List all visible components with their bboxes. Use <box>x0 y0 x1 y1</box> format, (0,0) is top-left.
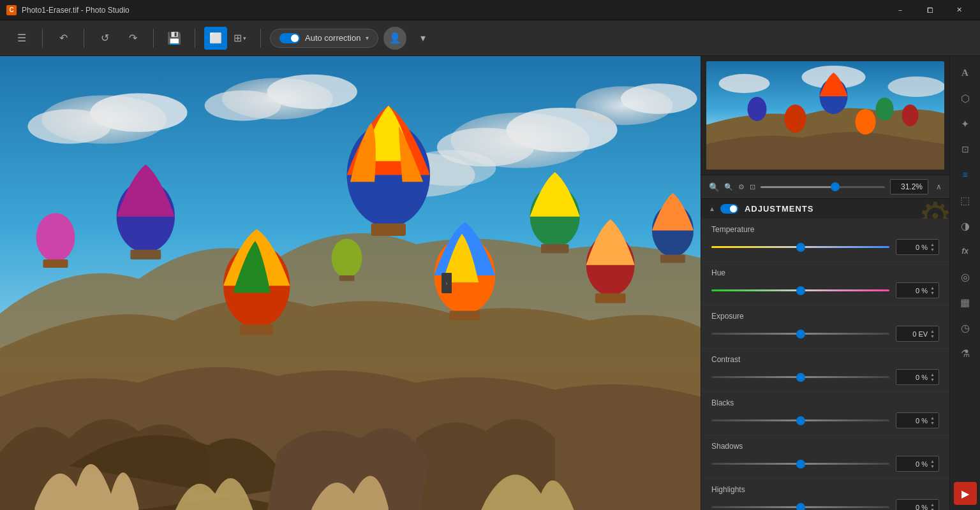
adjustments-section: Temperature 0 % ▲ ▼ Hue <box>701 219 949 510</box>
blacks-value[interactable]: 0 % ▲ ▼ <box>896 412 939 428</box>
sidebar-item-history[interactable]: ◷ <box>954 316 977 339</box>
auto-correction-dropdown-arrow[interactable]: ▾ <box>366 34 369 41</box>
highlights-slider[interactable] <box>711 506 889 508</box>
undo-icon: ↶ <box>59 32 68 44</box>
svg-point-35 <box>888 76 945 97</box>
zoom-select-icon[interactable]: ⊡ <box>750 183 755 191</box>
sidebar-item-text[interactable]: A <box>954 61 977 84</box>
svg-point-11 <box>621 84 697 114</box>
contrast-value[interactable]: 0 % ▲ ▼ <box>896 369 939 385</box>
highlights-down-arrow[interactable]: ▼ <box>930 507 935 510</box>
highlights-up-arrow[interactable]: ▲ <box>930 502 935 507</box>
svg-rect-29 <box>660 254 685 263</box>
sidebar-item-crop[interactable]: ⊡ <box>954 138 977 161</box>
hue-thumb[interactable] <box>796 286 805 295</box>
hue-value[interactable]: 0 % ▲ ▼ <box>896 282 939 298</box>
zoom-slider-thumb[interactable] <box>831 182 840 191</box>
save-icon: 💾 <box>167 31 181 45</box>
sidebar-item-effects[interactable]: fx <box>954 240 977 263</box>
contrast-slider[interactable] <box>711 376 889 378</box>
adjustments-title: ADJUSTMENTS <box>745 204 814 214</box>
shadows-slider[interactable] <box>711 463 889 465</box>
sidebar-item-retouch[interactable]: ✦ <box>954 112 977 135</box>
adjustments-header[interactable]: ▲ ADJUSTMENTS ⚙ <box>701 199 949 219</box>
blacks-up-arrow[interactable]: ▲ <box>930 416 935 420</box>
zoom-fit-icon[interactable]: 🔍 <box>709 182 719 192</box>
shadows-thumb[interactable] <box>796 460 805 469</box>
sidebar-item-lab[interactable]: ⚗ <box>954 342 977 365</box>
hue-up-arrow[interactable]: ▲ <box>930 286 935 290</box>
zoom-value[interactable]: 31.2% <box>890 179 928 194</box>
exposure-thumb[interactable] <box>796 330 805 339</box>
close-button[interactable]: ✕ <box>944 0 974 20</box>
highlights-thumb[interactable] <box>796 503 805 511</box>
save-button[interactable]: 💾 <box>163 27 186 50</box>
temperature-controls: 0 % ▲ ▼ <box>711 239 939 255</box>
shadows-value[interactable]: 0 % ▲ ▼ <box>896 456 939 472</box>
profile-icon: 👤 <box>389 32 401 44</box>
exposure-up-arrow[interactable]: ▲ <box>930 329 935 333</box>
blacks-slider[interactable] <box>711 419 889 421</box>
sidebar-item-layers[interactable]: ▦ <box>954 291 977 314</box>
exposure-down-arrow[interactable]: ▼ <box>930 334 935 339</box>
contrast-thumb[interactable] <box>796 373 805 382</box>
temperature-thumb[interactable] <box>796 243 805 252</box>
temperature-up-arrow[interactable]: ▲ <box>930 242 935 247</box>
history-icon: ◷ <box>961 322 970 334</box>
temperature-down-arrow[interactable]: ▼ <box>930 247 935 252</box>
zoom-slider[interactable] <box>761 186 885 188</box>
sidebar-item-adjustments[interactable]: ≡ <box>954 163 977 186</box>
svg-point-37 <box>748 97 767 121</box>
exposure-row: Exposure 0 EV ▲ ▼ <box>701 305 949 349</box>
redo-icon: ↷ <box>129 32 137 44</box>
main-content: › <box>0 56 980 510</box>
canvas-area[interactable]: › <box>0 56 701 510</box>
maximize-button[interactable]: ⧠ <box>915 0 944 20</box>
highlights-arrows: ▲ ▼ <box>930 502 935 510</box>
temperature-value[interactable]: 0 % ▲ ▼ <box>896 239 939 255</box>
temperature-slider[interactable] <box>711 246 889 248</box>
contrast-down-arrow[interactable]: ▼ <box>930 377 935 382</box>
exposure-slider[interactable] <box>711 333 889 335</box>
eraser-icon: ⬡ <box>961 92 970 105</box>
blacks-down-arrow[interactable]: ▼ <box>930 421 935 425</box>
contrast-label: Contrast <box>711 355 939 364</box>
hue-slider[interactable] <box>711 289 889 291</box>
highlights-value[interactable]: 0 % ▲ ▼ <box>896 499 939 510</box>
selection-icon: ⬚ <box>960 194 970 207</box>
hue-controls: 0 % ▲ ▼ <box>711 282 939 298</box>
gear-icon: ⚙ <box>918 199 949 219</box>
svg-point-6 <box>205 91 281 121</box>
panel-collapse-arrow[interactable]: ∧ <box>936 182 942 191</box>
blacks-thumb[interactable] <box>796 416 805 425</box>
shadows-down-arrow[interactable]: ▼ <box>930 464 935 469</box>
menu-button[interactable]: ☰ <box>10 27 33 50</box>
adjustments-toggle[interactable] <box>720 204 738 214</box>
undo-button[interactable]: ↶ <box>52 27 75 50</box>
contrast-up-arrow[interactable]: ▲ <box>930 372 935 377</box>
expand-panel-button[interactable]: › <box>442 273 452 293</box>
exposure-value[interactable]: 0 EV ▲ ▼ <box>896 326 939 342</box>
sidebar-item-eraser[interactable]: ⬡ <box>954 87 977 110</box>
sidebar-item-compare[interactable]: ◑ <box>954 214 977 237</box>
single-view-icon: ⬜ <box>209 32 222 44</box>
more-options-button[interactable]: ▾ <box>412 27 434 50</box>
auto-correction-toggle[interactable] <box>279 33 300 43</box>
sidebar-item-play[interactable]: ▶ <box>954 482 977 505</box>
exposure-controls: 0 EV ▲ ▼ <box>711 326 939 342</box>
undo2-button[interactable]: ↺ <box>93 27 116 50</box>
zoom-controls-icon[interactable]: ⚙ <box>738 183 745 191</box>
hue-down-arrow[interactable]: ▼ <box>930 291 935 295</box>
redo-button[interactable]: ↷ <box>121 27 144 50</box>
contrast-arrows: ▲ ▼ <box>930 372 935 382</box>
sidebar-item-selection[interactable]: ⬚ <box>954 189 977 212</box>
sidebar-item-mask[interactable]: ◎ <box>954 265 977 288</box>
minimize-button[interactable]: − <box>886 0 915 20</box>
split-view-button[interactable]: ⊞ ▾ <box>228 27 251 50</box>
profile-button[interactable]: 👤 <box>383 27 406 50</box>
zoom-out-icon[interactable]: 🔍 <box>724 183 733 191</box>
shadows-up-arrow[interactable]: ▲ <box>930 459 935 463</box>
lab-icon: ⚗ <box>961 347 970 360</box>
auto-correction-button[interactable]: Auto correction ▾ <box>270 29 378 48</box>
single-view-button[interactable]: ⬜ <box>204 27 227 50</box>
